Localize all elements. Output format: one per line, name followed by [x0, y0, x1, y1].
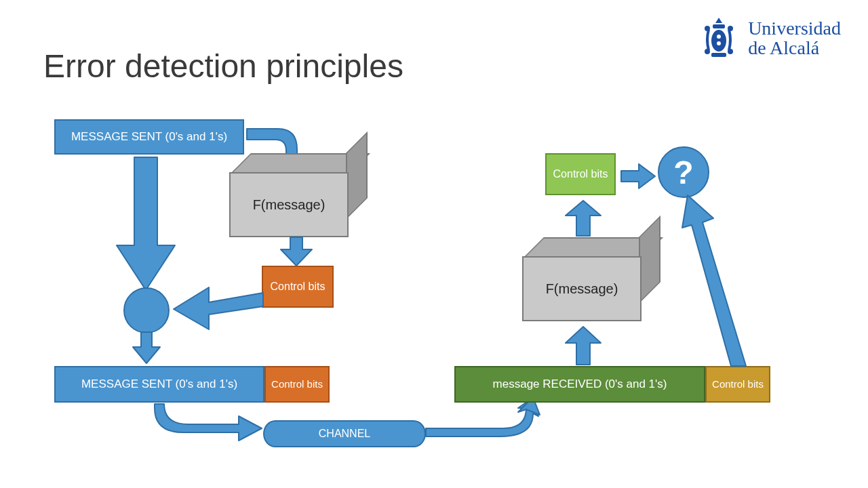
join-circle	[123, 287, 170, 333]
question-mark-icon: ?	[673, 154, 693, 191]
svg-point-5	[728, 26, 733, 31]
arrow-ctrl-to-join-icon	[171, 282, 266, 329]
logo-line1: Universidad	[748, 18, 841, 38]
svg-point-6	[705, 49, 710, 54]
svg-marker-15	[566, 201, 601, 236]
fmessage-sender-label: F(message)	[253, 197, 326, 213]
svg-point-3	[717, 41, 721, 45]
arrow-func-to-ctrl-recv-icon	[563, 199, 604, 237]
svg-rect-8	[711, 53, 726, 57]
channel: CHANNEL	[263, 420, 426, 447]
message-received: message RECEIVED (0's and 1's)	[454, 366, 705, 403]
fmessage-cube-receiver: F(message)	[522, 256, 658, 338]
control-bits-sender: Control bits	[262, 266, 334, 308]
arrow-to-channel-icon	[149, 404, 264, 445]
arrow-from-channel-icon	[425, 399, 540, 443]
arrow-join-down-icon	[132, 332, 161, 365]
svg-point-7	[728, 49, 733, 54]
university-logo: Universidad de Alcalá	[699, 16, 841, 60]
svg-marker-17	[682, 195, 746, 366]
svg-marker-16	[621, 164, 655, 188]
control-bits-computed: Control bits	[545, 153, 616, 195]
fmessage-receiver-label: F(message)	[546, 281, 618, 297]
svg-marker-11	[174, 287, 263, 329]
logo-line2: de Alcalá	[748, 38, 841, 58]
control-bits-received: Control bits	[705, 366, 770, 403]
svg-point-2	[717, 35, 721, 39]
message-sent-bottom: MESSAGE SENT (0's and 1's)	[54, 366, 264, 403]
arrow-ctrl-to-compare-icon	[620, 163, 656, 190]
compare-circle: ?	[658, 146, 709, 198]
slide-title: Error detection principles	[43, 47, 403, 85]
slide: Error detection principles Universidad d…	[0, 0, 868, 488]
crest-icon	[699, 16, 738, 60]
message-sent-top: MESSAGE SENT (0's and 1's)	[54, 119, 244, 155]
arrow-msg-down-icon	[115, 157, 176, 293]
control-bits-sent-bottom: Control bits	[264, 366, 330, 403]
svg-point-1	[711, 30, 726, 52]
arrow-func-to-ctrl-icon	[279, 237, 313, 267]
arrow-recvctrl-to-compare-icon	[678, 195, 760, 369]
svg-point-4	[705, 26, 710, 31]
svg-marker-9	[117, 157, 175, 290]
svg-rect-0	[713, 24, 725, 28]
svg-marker-10	[281, 237, 312, 266]
svg-marker-12	[133, 332, 160, 363]
logo-text: Universidad de Alcalá	[748, 18, 841, 58]
